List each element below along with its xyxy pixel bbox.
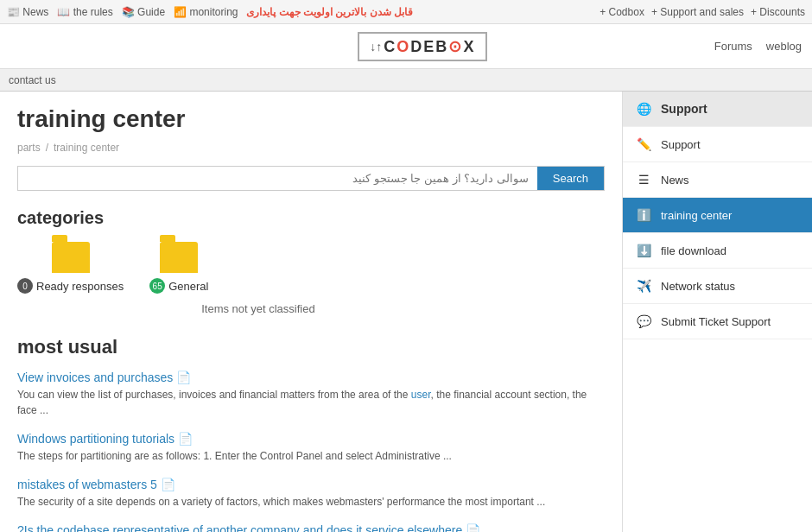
category-badge: 0 <box>17 278 33 294</box>
category-general-folder-icon <box>160 242 198 273</box>
article-item-1: Windows partitioning tutorials 📄 The ste… <box>17 432 605 464</box>
sidebar: 🌐 Support ✏️ Support ☰ News ℹ️ training … <box>622 92 812 532</box>
contact-us-link[interactable]: contact us <box>9 74 56 86</box>
category-general[interactable]: 65 General <box>149 242 208 294</box>
pencil-icon: ✏️ <box>635 136 652 153</box>
breadcrumb: parts / training center <box>17 142 605 154</box>
category-general-label: 65 General <box>149 278 208 294</box>
most-usual-title: most usual <box>17 336 605 358</box>
sidebar-news-label: News <box>661 174 689 187</box>
search-input[interactable] <box>18 167 537 190</box>
guide-nav-item[interactable]: 📚 Guide <box>122 6 165 18</box>
article-item-2: mistakes of webmasters 5 📄 The security … <box>17 478 605 510</box>
sidebar-header: 🌐 Support <box>623 92 812 127</box>
category-name: Ready responses <box>36 280 124 293</box>
sidebar-item-training-center[interactable]: ℹ️ training center <box>623 198 812 233</box>
sidebar-item-news[interactable]: ☰ News <box>623 162 812 198</box>
articles-list: View invoices and purchases 📄 You can vi… <box>17 370 605 532</box>
sidebar-network-label: Network status <box>661 280 735 293</box>
logo-text: CODEB⊙X <box>384 37 475 56</box>
news-nav-item[interactable]: 📰 News <box>7 6 48 18</box>
sidebar-header-label: Support <box>661 102 707 116</box>
page-title: training center <box>17 105 605 133</box>
category-ready-responses[interactable]: 0 Ready responses <box>17 242 124 315</box>
categories-grid: 0 Ready responses 65 General Items not y… <box>17 242 605 315</box>
breadcrumb-parts[interactable]: parts <box>17 142 41 154</box>
top-nav-right: + Codbox + Support and sales + Discounts <box>599 6 805 18</box>
rtl-announcement: قابل شدن بالاترین اولویت جهت پایداری <box>246 6 413 18</box>
search-button[interactable]: Search <box>537 167 604 190</box>
top-nav-left: 📰 News 📖 the rules 📚 Guide 📶 monitoring … <box>7 6 589 18</box>
items-not-classified: Items not yet classified <box>201 302 315 315</box>
category-general-name: General <box>168 280 208 293</box>
list-icon: ☰ <box>635 171 652 188</box>
info-icon: ℹ️ <box>635 206 652 224</box>
logo-bar-links: Forums weblog <box>714 40 802 53</box>
forums-link[interactable]: Forums <box>714 40 752 53</box>
sidebar-submit-ticket-label: Submit Ticket Support <box>661 315 771 328</box>
sidebar-item-network-status[interactable]: ✈️ Network status <box>623 269 812 304</box>
breadcrumb-sep: / <box>46 142 48 154</box>
support-globe-icon: 🌐 <box>635 100 652 117</box>
logo-bar: ↓↑ CODEB⊙X Forums weblog <box>0 24 812 69</box>
second-nav: contact us <box>0 69 812 92</box>
article-desc-0: You can view the list of purchases, invo… <box>17 387 605 418</box>
category-general-badge: 65 <box>149 278 165 294</box>
weblog-link[interactable]: weblog <box>766 40 802 53</box>
support-sales-nav[interactable]: + Support and sales <box>651 6 744 18</box>
categories-title: categories <box>17 208 605 228</box>
download-icon: ⬇️ <box>635 242 652 259</box>
article-title-2[interactable]: mistakes of webmasters 5 📄 <box>17 478 605 491</box>
content-area: training center parts / training center … <box>0 92 622 532</box>
monitoring-nav-item[interactable]: 📶 monitoring <box>174 6 238 18</box>
sidebar-training-label: training center <box>661 209 732 222</box>
network-icon: ✈️ <box>635 277 652 294</box>
chat-icon: 💬 <box>635 313 652 330</box>
article-item-3: ?Is the codebase representative of anoth… <box>17 523 605 532</box>
article-title-3[interactable]: ?Is the codebase representative of anoth… <box>17 523 605 532</box>
main-wrapper: training center parts / training center … <box>0 92 812 532</box>
logo-arrows: ↓↑ <box>370 40 382 54</box>
category-folder-icon <box>52 242 90 273</box>
sidebar-item-file-download[interactable]: ⬇️ file download <box>623 233 812 269</box>
article-desc-1: The steps for partitioning are as follow… <box>17 448 605 464</box>
sidebar-item-support[interactable]: ✏️ Support <box>623 127 812 162</box>
breadcrumb-current: training center <box>54 142 119 154</box>
logo[interactable]: ↓↑ CODEB⊙X <box>358 32 487 61</box>
category-label: 0 Ready responses <box>17 278 124 294</box>
article-title-0[interactable]: View invoices and purchases 📄 <box>17 370 605 384</box>
sidebar-item-submit-ticket[interactable]: 💬 Submit Ticket Support <box>623 304 812 339</box>
sidebar-support-label: Support <box>661 138 701 151</box>
search-bar: Search <box>17 166 605 191</box>
discounts-nav[interactable]: + Discounts <box>751 6 805 18</box>
sidebar-file-download-label: file download <box>661 244 726 257</box>
article-item-0: View invoices and purchases 📄 You can vi… <box>17 370 605 418</box>
article-title-1[interactable]: Windows partitioning tutorials 📄 <box>17 432 605 446</box>
rules-nav-item[interactable]: 📖 the rules <box>57 6 112 18</box>
article-desc-2: The security of a site depends on a vari… <box>17 494 605 510</box>
top-nav: 📰 News 📖 the rules 📚 Guide 📶 monitoring … <box>0 0 812 24</box>
codbox-nav[interactable]: + Codbox <box>599 6 644 18</box>
